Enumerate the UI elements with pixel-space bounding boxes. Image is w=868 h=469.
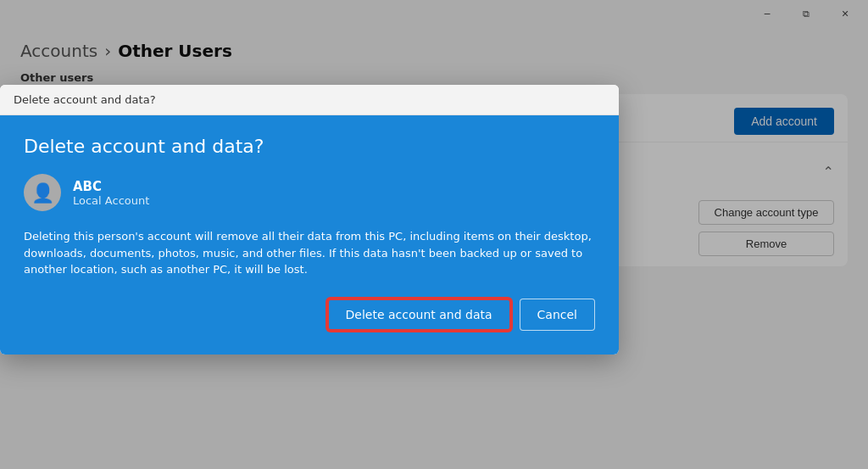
dialog-user-info: 👤 ABC Local Account — [24, 174, 595, 211]
dialog-user-type: Local Account — [73, 194, 149, 207]
dialog-body: Delete account and data? 👤 ABC Local Acc… — [0, 115, 619, 355]
dialog-heading: Delete account and data? — [24, 136, 595, 157]
cancel-button[interactable]: Cancel — [520, 299, 595, 331]
dialog-avatar: 👤 — [24, 174, 61, 211]
delete-account-button[interactable]: Delete account and data — [327, 299, 511, 331]
dialog-titlebar: Delete account and data? — [0, 85, 619, 115]
dialog: Delete account and data? Delete account … — [0, 85, 619, 355]
dialog-actions: Delete account and data Cancel — [24, 299, 595, 331]
dialog-overlay: Delete account and data? Delete account … — [0, 0, 868, 469]
dialog-warning-text: Deleting this person's account will remo… — [24, 228, 595, 278]
dialog-user-name: ABC — [73, 179, 149, 194]
dialog-user-details: ABC Local Account — [73, 179, 149, 207]
